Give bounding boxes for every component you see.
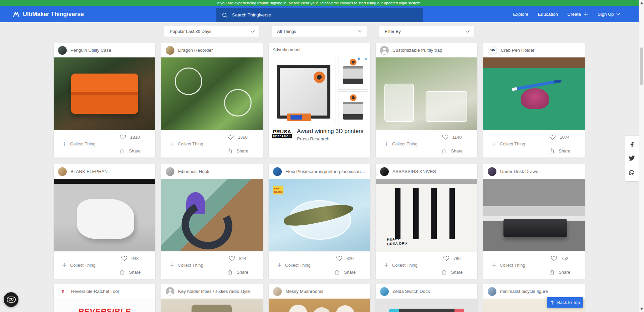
thing-title[interactable]: Dragon Recorder [178,48,213,53]
share-button[interactable]: Share [212,265,263,279]
thing-image[interactable] [54,179,155,251]
thing-type-dropdown[interactable]: All Things [272,26,367,37]
thing-title[interactable]: Penguin Utility Case [70,48,111,53]
share-button[interactable]: Share [319,265,370,279]
creator-avatar[interactable] [488,167,496,176]
collect-thing-label: Collect Thing [285,263,311,268]
nav-explore[interactable]: Explore [513,12,529,17]
thing-image[interactable] [483,57,585,130]
collect-thing-button[interactable]: + Collect Thing [483,252,534,279]
like-button[interactable]: 752 [534,252,585,265]
thing-title[interactable]: Under Desk Drawer [500,169,540,174]
sort-dropdown[interactable]: Popular Last 30 Days [164,26,259,37]
like-button[interactable]: 820 [319,252,370,265]
like-button[interactable]: 1074 [534,130,585,144]
thing-image[interactable]: HEAVY CREA ORS [376,179,477,251]
collect-thing-button[interactable]: + Collect Thing [376,130,426,158]
whatsapp-share-button[interactable] [628,169,635,176]
scrollbar-thumb[interactable] [640,47,643,85]
cookie-preferences-button[interactable]: CO [4,292,18,307]
share-button[interactable]: Share [104,144,155,158]
collect-thing-button[interactable]: + Collect Thing [54,130,104,158]
creator-avatar[interactable]: 5 [58,287,67,296]
ad-printer-lcd [287,114,311,121]
ad-headline[interactable]: Award winning 3D printers [297,128,363,135]
creator-avatar[interactable] [273,167,282,176]
thing-title[interactable]: Crab Pen Holder [501,48,535,53]
collect-thing-button[interactable]: + Collect Thing [483,130,534,158]
like-button[interactable]: 1810 [104,130,155,144]
prusa-logo-bottom: RESEARCH [272,134,292,138]
thing-title[interactable]: Flexi Plesiosaurus(print-in-placeiosauru… [285,169,366,174]
collect-thing-button[interactable]: + Collect Thing [376,252,426,279]
nav-create[interactable]: Create [567,12,588,17]
like-button[interactable]: 796 [426,252,477,265]
back-to-top-button[interactable]: Back to Top [547,297,583,308]
like-button[interactable]: 844 [212,252,263,265]
creator-avatar[interactable] [380,46,389,55]
creator-avatar[interactable] [166,287,174,296]
advertisement-creative[interactable]: ✕ [271,56,368,125]
nav-education[interactable]: Education [538,12,558,17]
ultimaker-thingiverse-logo[interactable]: UltiMaker Thingiverse [13,6,84,22]
thing-title[interactable]: ASSASSINS KNIVES [392,169,436,174]
nav-signup[interactable]: Sign Up [598,12,620,17]
creator-avatar[interactable] [380,167,389,176]
ad-advertiser[interactable]: Prusa Research [297,136,363,141]
thing-image[interactable] [376,299,477,312]
scrollbar-down-arrow[interactable] [640,308,643,310]
thing-title[interactable]: BLANK ELEPHANT [70,169,110,174]
creator-avatar[interactable]: J3D [488,46,497,55]
creator-avatar[interactable] [166,46,174,55]
ad-close-icon[interactable]: ✕ [364,56,368,61]
creator-avatar[interactable] [58,167,67,176]
creator-avatar[interactable] [58,46,67,55]
share-button[interactable]: Share [534,144,585,158]
thing-image[interactable]: Flex Seeds [269,179,370,251]
share-button[interactable]: Share [426,144,477,158]
thing-title[interactable]: Zelda Switch Dock [392,289,430,294]
thing-title[interactable]: minimalist bicycle figure [500,289,548,294]
creator-avatar[interactable] [488,287,496,296]
share-button[interactable]: Share [534,265,585,279]
collect-thing-button[interactable]: + Collect Thing [54,252,104,279]
scrollbar-up-arrow[interactable] [640,2,643,4]
thing-image[interactable] [483,179,585,251]
thing-title[interactable]: Fibonacci Hook [178,169,209,174]
creator-avatar[interactable] [380,287,389,296]
share-button[interactable]: Share [426,265,477,279]
collect-thing-button[interactable]: + Collect Thing [269,252,319,279]
search-input[interactable] [231,12,407,18]
facebook-share-button[interactable] [628,141,635,148]
collect-thing-button[interactable]: + Collect Thing [161,252,212,279]
filter-by-dropdown[interactable]: Filter By [379,26,474,37]
like-button[interactable]: 1368 [212,130,263,144]
thing-image[interactable] [161,57,263,130]
like-button[interactable]: 1140 [426,130,477,144]
thing-title[interactable]: Reversible Ratchet Tool [71,289,119,294]
thing-card: Messy Mushrooms [269,284,370,312]
thing-title[interactable]: Customizable fruitfly trap [392,48,442,53]
search-bar[interactable] [216,8,423,22]
creator-avatar[interactable] [166,167,174,176]
share-label: Share [451,148,463,153]
share-button[interactable]: Share [212,144,263,158]
like-button[interactable]: 943 [104,252,155,265]
twitter-share-button[interactable] [628,155,636,162]
thing-image[interactable] [161,299,263,312]
thing-image[interactable] [161,179,263,251]
creator-avatar[interactable] [273,287,282,296]
thing-image[interactable] [376,57,477,130]
thing-title[interactable]: Key holder fifties / sixties radio style [178,289,250,294]
adchoices-icon[interactable] [357,57,362,61]
scrollbar[interactable] [639,0,644,312]
thing-card: J3D Crab Pen Holder + Collect Thing 1074… [483,43,585,158]
thing-title[interactable]: Messy Mushrooms [285,289,323,294]
thing-image[interactable]: REVERSIBLE [54,299,155,312]
share-button[interactable]: Share [104,265,155,279]
collect-thing-button[interactable]: + Collect Thing [161,130,212,158]
heart-icon [549,134,556,140]
ad-info[interactable]: PRUSA RESEARCH Award winning 3D printers… [272,128,368,141]
thing-image[interactable] [269,299,370,312]
thing-image[interactable] [54,57,155,130]
